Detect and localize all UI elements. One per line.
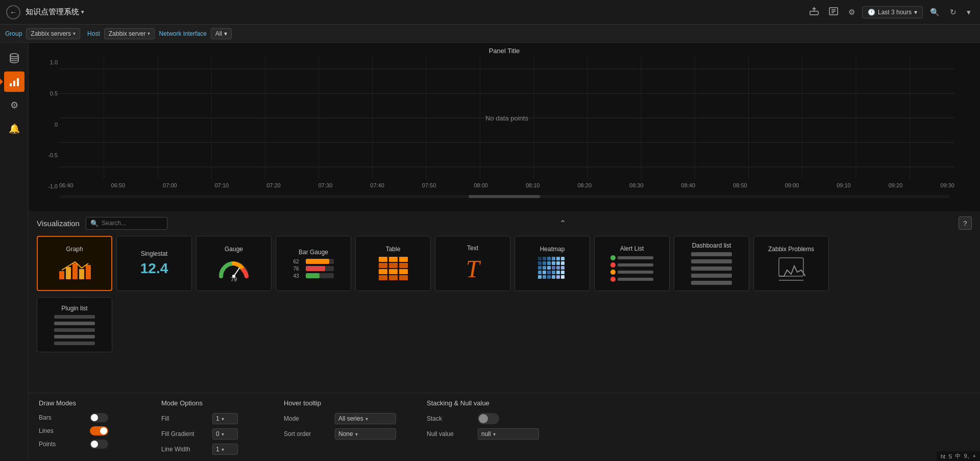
fill-gradient-row: Fill Gradient 0 ▾ (161, 428, 253, 440)
group-dropdown[interactable]: Zabbix servers ▾ (26, 28, 80, 39)
svg-rect-53 (538, 261, 542, 265)
toolbar: Group Zabbix servers ▾ Host Zabbix serve… (0, 25, 980, 43)
all-dropdown[interactable]: All ▾ (211, 28, 232, 39)
tray-icon2: 中 (955, 452, 961, 460)
zabbix-problems-icon (777, 256, 805, 281)
viz-item-singlestat-label: Singlestat (141, 250, 168, 257)
svg-rect-45 (389, 275, 398, 280)
line-width-select[interactable]: 1 ▾ (212, 444, 238, 455)
viz-search-box[interactable]: 🔍 (86, 217, 167, 230)
viz-item-table-label: Table (386, 246, 401, 253)
plugin-list-icon (54, 315, 95, 345)
refresh-dropdown[interactable]: ▾ (964, 6, 974, 19)
viz-item-dashboard-list[interactable]: Dashboard list (674, 236, 749, 291)
dl-line5 (691, 281, 732, 285)
null-value-select[interactable]: null ▾ (478, 428, 539, 440)
sidebar-item-database[interactable] (4, 48, 24, 68)
viz-search-input[interactable] (102, 220, 163, 227)
settings-icon[interactable]: ⚙ (845, 6, 858, 19)
svg-rect-59 (538, 266, 542, 270)
host-dropdown[interactable]: Zabbix server ▾ (104, 28, 155, 39)
svg-rect-73 (547, 275, 551, 279)
gear-icon: ⚙ (10, 100, 18, 111)
viz-item-text-label: Text (467, 245, 478, 252)
viz-collapse-button[interactable]: ⌃ (559, 219, 566, 228)
sort-order-select[interactable]: None ▾ (335, 428, 396, 440)
null-value-label: Null value (427, 430, 473, 438)
svg-rect-56 (552, 261, 555, 265)
svg-rect-31 (86, 265, 91, 279)
svg-rect-37 (399, 257, 408, 262)
viz-item-text[interactable]: Text T (435, 236, 510, 291)
sidebar-item-gear[interactable]: ⚙ (4, 95, 24, 115)
chart-title: Panel Title (29, 43, 980, 57)
viz-item-plugin-list[interactable]: Plugin list (37, 297, 112, 352)
svg-rect-36 (389, 257, 398, 262)
fill-gradient-select[interactable]: 0 ▾ (212, 428, 238, 440)
viz-header: Visualization 🔍 ⌃ ? (37, 216, 972, 230)
viz-item-table[interactable]: Table (355, 236, 431, 291)
svg-rect-62 (552, 266, 555, 270)
viz-grid-row2: Plugin list (37, 297, 972, 352)
sort-order-arrow: ▾ (355, 431, 358, 437)
svg-rect-71 (538, 275, 542, 279)
tray-text: ht (941, 453, 945, 459)
mode-select[interactable]: All series ▾ (335, 413, 396, 424)
svg-rect-74 (552, 275, 555, 279)
svg-rect-4 (13, 81, 15, 86)
lines-toggle[interactable] (90, 426, 108, 435)
viz-help-button[interactable]: ? (959, 216, 972, 230)
alert-list-icon (610, 255, 653, 282)
null-value-row: Null value null ▾ (427, 428, 539, 440)
viz-item-alert-list[interactable]: Alert List (594, 236, 670, 291)
all-value: All (215, 30, 222, 37)
stack-toggle[interactable] (478, 413, 499, 424)
viz-item-heatmap[interactable]: Heatmap (514, 236, 590, 291)
viz-item-singlestat[interactable]: Singlestat 12.4 (116, 236, 192, 291)
viz-item-graph[interactable]: Graph (37, 236, 112, 291)
svg-rect-70 (561, 271, 565, 274)
export-icon[interactable] (806, 5, 822, 19)
header-icons: ⚙ 🕐 Last 3 hours ▾ 🔍 ↻ ▾ (806, 5, 974, 19)
dl-line3 (691, 266, 732, 271)
dl-line4 (691, 274, 732, 278)
viz-item-bar-gauge[interactable]: Bar Gauge 62 76 (276, 236, 351, 291)
bar-gauge-icon: 62 76 (293, 259, 334, 279)
svg-rect-27 (59, 271, 64, 279)
draw-modes-group: Draw Modes Bars Lines Points (39, 399, 131, 455)
hover-tooltip-group: Hover tooltip Mode All series ▾ Sort ord… (284, 399, 396, 455)
chart-scrollbar-thumb[interactable] (469, 195, 540, 198)
refresh-button[interactable]: ↻ (947, 6, 960, 19)
sidebar-item-bell[interactable]: 🔔 (4, 118, 24, 139)
svg-rect-41 (379, 269, 387, 274)
group-value: Zabbix servers (31, 30, 71, 37)
fill-value: 1 (216, 415, 219, 422)
search-button[interactable]: 🔍 (927, 6, 943, 19)
points-toggle[interactable] (90, 440, 108, 449)
viz-item-heatmap-label: Heatmap (540, 246, 565, 253)
time-dropdown-arrow: ▾ (914, 9, 917, 16)
heatmap-icon (537, 256, 568, 281)
bars-label: Bars (39, 414, 85, 421)
mode-arrow: ▾ (365, 416, 368, 422)
viz-item-gauge[interactable]: Gauge 79 (196, 236, 272, 291)
import-icon[interactable] (826, 5, 841, 19)
bars-toggle[interactable] (90, 413, 108, 422)
app-title: 知识点管理系统 (26, 7, 79, 17)
graph-icon (57, 256, 92, 281)
al-line4 (618, 278, 653, 281)
fill-select[interactable]: 1 ▾ (212, 413, 238, 424)
svg-rect-3 (10, 83, 12, 86)
viz-item-zabbix-problems[interactable]: Zabbix Problems (753, 236, 829, 291)
back-button[interactable]: ← (6, 5, 20, 19)
viz-item-plugin-list-label: Plugin list (61, 305, 87, 312)
network-label: Network interface (159, 30, 206, 37)
fill-label: Fill (161, 415, 207, 422)
viz-panel: Visualization 🔍 ⌃ ? Graph (29, 211, 980, 393)
sidebar-item-chart[interactable] (4, 71, 24, 92)
time-selector[interactable]: 🕐 Last 3 hours ▾ (862, 6, 923, 18)
lines-label: Lines (39, 427, 85, 434)
svg-rect-29 (72, 263, 78, 279)
svg-rect-40 (399, 263, 408, 268)
tray-icon1: S (948, 453, 952, 459)
